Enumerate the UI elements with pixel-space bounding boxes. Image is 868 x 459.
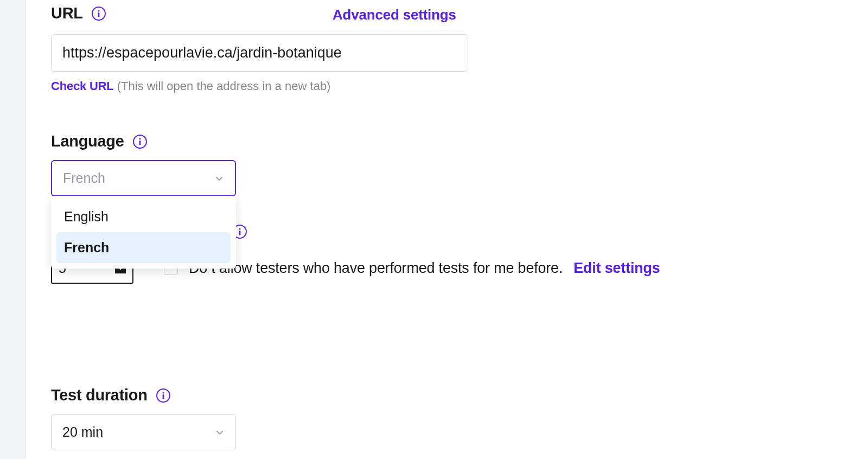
- info-icon[interactable]: [92, 7, 106, 21]
- language-select[interactable]: French: [51, 160, 236, 196]
- url-label: URL: [51, 4, 83, 22]
- svg-point-6: [162, 392, 164, 393]
- duration-select[interactable]: 20 min: [51, 414, 236, 450]
- svg-point-0: [98, 10, 99, 11]
- svg-rect-7: [162, 394, 164, 399]
- svg-rect-5: [239, 231, 241, 235]
- duration-section: Test duration 20 min: [51, 386, 843, 450]
- info-icon[interactable]: [156, 388, 170, 403]
- url-input[interactable]: [51, 34, 468, 72]
- language-dropdown-menu: English French: [51, 196, 236, 269]
- language-selected-value: French: [63, 170, 105, 186]
- advanced-settings-link[interactable]: Advanced settings: [333, 7, 456, 23]
- duration-selected-value: 20 min: [62, 424, 103, 440]
- chevron-down-icon: [215, 428, 225, 437]
- url-section: URL Advanced settings Check URL (This wi…: [51, 4, 843, 93]
- check-url-help-text: (This will open the address in a new tab…: [117, 79, 331, 93]
- language-option-french[interactable]: French: [56, 232, 231, 263]
- main-content: URL Advanced settings Check URL (This wi…: [26, 0, 868, 450]
- edit-settings-link[interactable]: Edit settings: [573, 260, 660, 277]
- chevron-down-icon: [214, 174, 224, 183]
- check-url-link[interactable]: Check URL: [51, 79, 114, 93]
- svg-point-2: [139, 138, 141, 139]
- check-url-row: Check URL (This will open the address in…: [51, 79, 843, 93]
- language-section: Language 5 Do t al: [51, 132, 843, 196]
- duration-label-row: Test duration: [51, 386, 843, 404]
- testers-restriction-text: Do t allow testers who have performed te…: [189, 260, 563, 277]
- svg-point-4: [239, 228, 240, 229]
- svg-rect-1: [98, 12, 99, 17]
- duration-label: Test duration: [51, 386, 148, 404]
- info-icon[interactable]: [133, 135, 147, 149]
- language-label-row: Language: [51, 132, 843, 150]
- svg-rect-3: [139, 141, 141, 145]
- language-label: Language: [51, 132, 124, 150]
- language-option-english[interactable]: English: [56, 201, 231, 232]
- sidebar-edge: [0, 0, 26, 459]
